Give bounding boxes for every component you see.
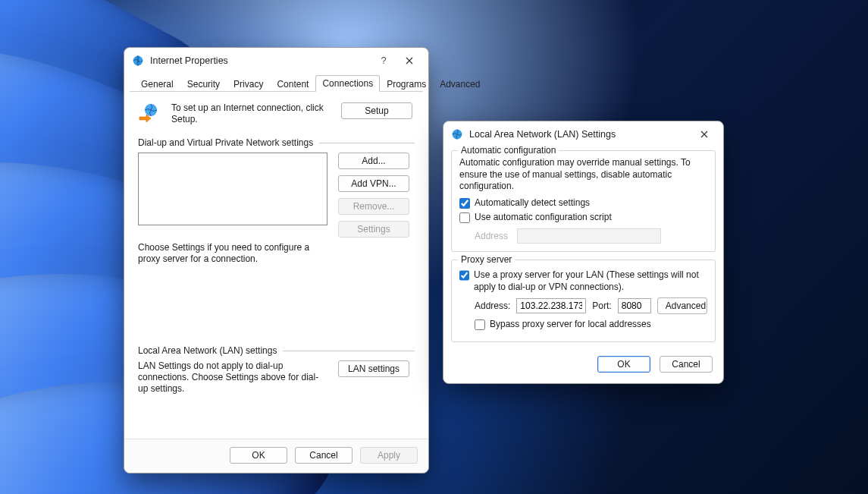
connection-wizard-icon: [138, 102, 161, 124]
tab-content[interactable]: Content: [270, 76, 315, 92]
proxy-port-label: Port:: [592, 300, 611, 311]
lan-hint: LAN Settings do not apply to dial-up con…: [138, 360, 327, 395]
use-proxy-checkbox[interactable]: [459, 270, 469, 281]
dialog-button-bar: OK Cancel: [443, 350, 723, 383]
group-dialup-title: Dial-up and Virtual Private Network sett…: [138, 137, 415, 148]
group-label: Proxy server: [458, 254, 515, 265]
tab-connections[interactable]: Connections: [315, 75, 380, 92]
auto-script-label[interactable]: Use automatic configuration script: [475, 212, 612, 224]
close-button[interactable]: [396, 51, 422, 71]
automatic-configuration-group: Automatic configuration Automatic config…: [451, 150, 716, 252]
cancel-button[interactable]: Cancel: [295, 447, 353, 464]
script-address-label: Address: [475, 231, 511, 241]
internet-options-icon: [132, 55, 144, 67]
window-title: Local Area Network (LAN) Settings: [469, 129, 616, 140]
apply-button: Apply: [360, 447, 418, 464]
titlebar[interactable]: Internet Properties ?: [124, 48, 428, 74]
group-lan-title: Local Area Network (LAN) settings: [138, 345, 415, 356]
help-button[interactable]: ?: [371, 51, 396, 71]
cancel-button[interactable]: Cancel: [660, 356, 713, 373]
advanced-button[interactable]: Advanced: [657, 297, 707, 314]
ok-button[interactable]: OK: [597, 356, 650, 373]
bypass-local-checkbox[interactable]: [475, 319, 485, 330]
tab-privacy[interactable]: Privacy: [227, 76, 270, 92]
proxy-server-group: Proxy server Use a proxy server for your…: [451, 260, 716, 342]
tabstrip: General Security Privacy Content Connect…: [130, 74, 423, 92]
dialog-button-bar: OK Cancel Apply: [124, 439, 428, 473]
proxy-address-input[interactable]: [516, 298, 586, 313]
group-dialup-label: Dial-up and Virtual Private Network sett…: [138, 137, 313, 148]
internet-options-icon: [451, 128, 463, 140]
connections-listbox[interactable]: [138, 153, 327, 225]
proxy-address-label: Address:: [475, 300, 510, 311]
ok-button[interactable]: OK: [230, 447, 287, 464]
internet-properties-dialog: Internet Properties ? General Security P…: [124, 47, 429, 474]
auto-detect-label[interactable]: Automatically detect settings: [475, 197, 590, 209]
auto-config-description: Automatic configuration may override man…: [459, 157, 707, 193]
window-title: Internet Properties: [150, 55, 228, 66]
auto-detect-checkbox[interactable]: [459, 198, 470, 209]
titlebar[interactable]: Local Area Network (LAN) Settings: [443, 121, 723, 147]
script-address-input: [517, 228, 661, 244]
use-proxy-label[interactable]: Use a proxy server for your LAN (These s…: [474, 269, 707, 293]
setup-button[interactable]: Setup: [341, 102, 412, 119]
remove-button: Remove...: [338, 198, 409, 215]
group-lan-label: Local Area Network (LAN) settings: [138, 345, 277, 356]
auto-script-checkbox[interactable]: [459, 212, 470, 223]
settings-button: Settings: [338, 221, 409, 238]
add-vpn-button[interactable]: Add VPN...: [338, 175, 409, 192]
tab-general[interactable]: General: [134, 76, 180, 92]
lan-settings-button[interactable]: LAN settings: [338, 360, 409, 377]
tab-security[interactable]: Security: [180, 76, 227, 92]
group-label: Automatic configuration: [458, 145, 559, 156]
tab-advanced[interactable]: Advanced: [433, 76, 487, 92]
lan-settings-dialog: Local Area Network (LAN) Settings Automa…: [443, 121, 724, 384]
choose-settings-hint: Choose Settings if you need to configure…: [138, 242, 327, 265]
tab-programs[interactable]: Programs: [380, 76, 433, 92]
bypass-local-label[interactable]: Bypass proxy server for local addresses: [490, 319, 651, 331]
close-button[interactable]: [691, 124, 717, 144]
proxy-port-input[interactable]: [618, 298, 651, 313]
intro-text: To set up an Internet connection, click …: [171, 102, 331, 125]
add-button[interactable]: Add...: [338, 153, 409, 169]
